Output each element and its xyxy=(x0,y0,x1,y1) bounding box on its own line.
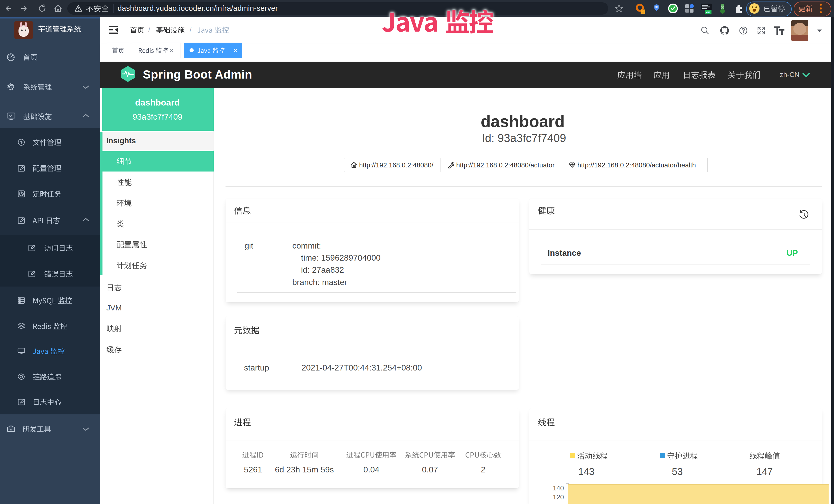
svg-text:1: 1 xyxy=(642,9,644,14)
svg-text:on: on xyxy=(706,10,710,14)
